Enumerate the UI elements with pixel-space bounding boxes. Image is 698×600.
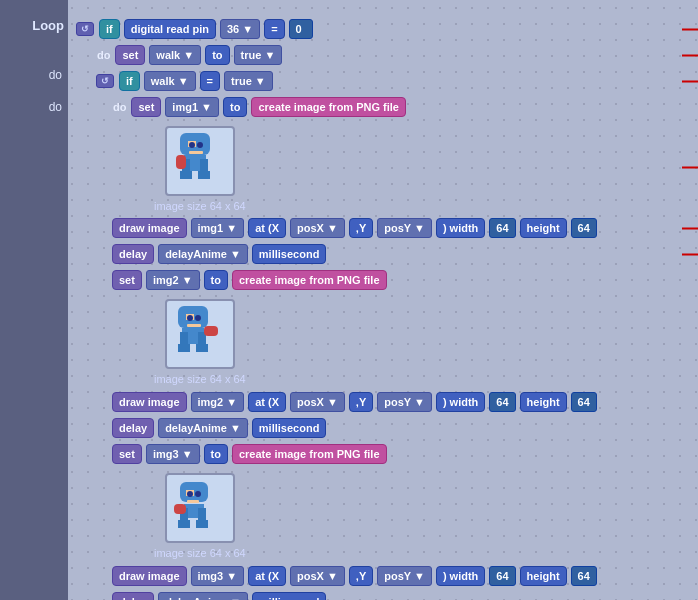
svg-point-31 [195, 491, 201, 497]
draw-image-3: draw image [112, 566, 187, 586]
draw2-img-var[interactable]: img2 ▼ [191, 392, 245, 412]
ms-label-1: millisecond [252, 244, 327, 264]
svg-point-20 [195, 315, 201, 321]
width-val-1: 64 [489, 218, 515, 238]
row7-set-img2: set img2 ▼ to create image from PNG file [110, 269, 692, 291]
do-label-2: do [113, 101, 126, 113]
height-val-3: 64 [571, 566, 597, 586]
walk-var-2[interactable]: walk ▼ [144, 71, 196, 91]
row1-loop-if: ↺ if digital read pin 36 ▼ = 0 1 [74, 18, 692, 40]
height-label-3: height [520, 566, 567, 586]
set-keyword-1: set [115, 45, 145, 65]
svg-rect-16 [178, 344, 190, 352]
posy-3[interactable]: posY ▼ [377, 566, 432, 586]
delay-keyword-1: delay [112, 244, 154, 264]
svg-rect-7 [176, 155, 186, 169]
draw-image-1: draw image [112, 218, 187, 238]
svg-rect-17 [196, 344, 208, 352]
create-image-2: create image from PNG file [232, 270, 387, 290]
draw3-img-var[interactable]: img3 ▼ [191, 566, 245, 586]
height-val-1: 64 [571, 218, 597, 238]
sidebar: Loop [0, 0, 68, 600]
img3-var[interactable]: img3 ▼ [146, 444, 200, 464]
delay-anime-2[interactable]: delayAnime ▼ [158, 418, 248, 438]
to-keyword-2: to [223, 97, 247, 117]
to-keyword-4: to [204, 444, 228, 464]
at-x-3: at (X [248, 566, 286, 586]
height-label-2: height [520, 392, 567, 412]
image-block-1: image size 64 x 64 [154, 122, 246, 212]
walk-var-1[interactable]: walk ▼ [149, 45, 201, 65]
svg-rect-27 [178, 520, 190, 528]
delay-keyword-3: delay [112, 592, 154, 600]
height-label-1: height [520, 218, 567, 238]
y-label-2: ,Y [349, 392, 373, 412]
posx-3[interactable]: posX ▼ [290, 566, 345, 586]
svg-rect-6 [198, 171, 210, 179]
row6-delay-1: delay delayAnime ▼ millisecond 6 [110, 243, 692, 265]
svg-rect-5 [180, 171, 192, 179]
row8-draw-img2: draw image img2 ▼ at (X posX ▼ ,Y posY ▼… [110, 391, 692, 413]
width-val-3: 64 [489, 566, 515, 586]
width-val-2: 64 [489, 392, 515, 412]
posx-1[interactable]: posX ▼ [290, 218, 345, 238]
row10-set-img3: set img3 ▼ to create image from PNG file [110, 443, 692, 465]
svg-rect-10 [189, 151, 203, 154]
set-keyword-2: set [131, 97, 161, 117]
delay-anime-1[interactable]: delayAnime ▼ [158, 244, 248, 264]
svg-rect-14 [180, 332, 188, 344]
posx-2[interactable]: posX ▼ [290, 392, 345, 412]
equals-block-1: = [264, 19, 284, 39]
svg-rect-21 [187, 324, 201, 327]
svg-rect-28 [196, 520, 208, 528]
svg-rect-32 [187, 500, 199, 503]
megaman-sprite-2 [170, 304, 230, 364]
svg-rect-18 [204, 326, 218, 336]
true-val-2[interactable]: true ▼ [224, 71, 273, 91]
row3-if-walk: ↺ if walk ▼ = true ▼ 3 [94, 70, 692, 92]
delay-anime-3[interactable]: delayAnime ▼ [158, 592, 248, 600]
at-x-1: at (X [248, 218, 286, 238]
to-keyword-1: to [205, 45, 229, 65]
row11-draw-img3: draw image img3 ▼ at (X posX ▼ ,Y posY ▼… [110, 565, 692, 587]
row9-delay-2: delay delayAnime ▼ millisecond [110, 417, 692, 439]
at-x-2: at (X [248, 392, 286, 412]
image-size-label-2: image size 64 x 64 [154, 373, 246, 385]
pin-dropdown[interactable]: 36 ▼ [220, 19, 260, 39]
to-keyword-3: to [204, 270, 228, 290]
img1-var[interactable]: img1 ▼ [165, 97, 219, 117]
close-3: ) width [436, 566, 485, 586]
ms-label-3: millisecond [252, 592, 327, 600]
draw1-img-var[interactable]: img1 ▼ [191, 218, 245, 238]
megaman-sprite-3 [170, 478, 230, 538]
svg-point-19 [187, 315, 193, 321]
height-val-2: 64 [571, 392, 597, 412]
value-0: 0 [289, 19, 313, 39]
y-label-3: ,Y [349, 566, 373, 586]
image-preview-3 [165, 473, 235, 543]
true-val-1[interactable]: true ▼ [234, 45, 283, 65]
layout-wrapper: ↺ if digital read pin 36 ▼ = 0 1 do set … [68, 0, 698, 600]
draw-image-2: draw image [112, 392, 187, 412]
do-label-1: do [97, 49, 110, 61]
y-label-1: ,Y [349, 218, 373, 238]
digital-read-block: digital read pin [124, 19, 216, 39]
row5-draw-img1: draw image img1 ▼ at (X posX ▼ ,Y posY ▼… [110, 217, 692, 239]
set-keyword-3: set [112, 270, 142, 290]
svg-rect-26 [198, 508, 206, 520]
loop-label: Loop [32, 18, 64, 33]
svg-point-30 [187, 491, 193, 497]
svg-rect-4 [200, 159, 208, 171]
main-area: ↺ if digital read pin 36 ▼ = 0 1 do set … [68, 0, 698, 600]
svg-rect-29 [174, 504, 186, 514]
posy-1[interactable]: posY ▼ [377, 218, 432, 238]
if-icon-2: ↺ [96, 74, 114, 88]
image-block-2: image size 64 x 64 [154, 295, 246, 385]
svg-point-9 [197, 142, 203, 148]
close-2: ) width [436, 392, 485, 412]
posy-2[interactable]: posY ▼ [377, 392, 432, 412]
img2-var[interactable]: img2 ▼ [146, 270, 200, 290]
megaman-sprite-1 [170, 131, 230, 191]
set-keyword-4: set [112, 444, 142, 464]
image-preview-1 [165, 126, 235, 196]
